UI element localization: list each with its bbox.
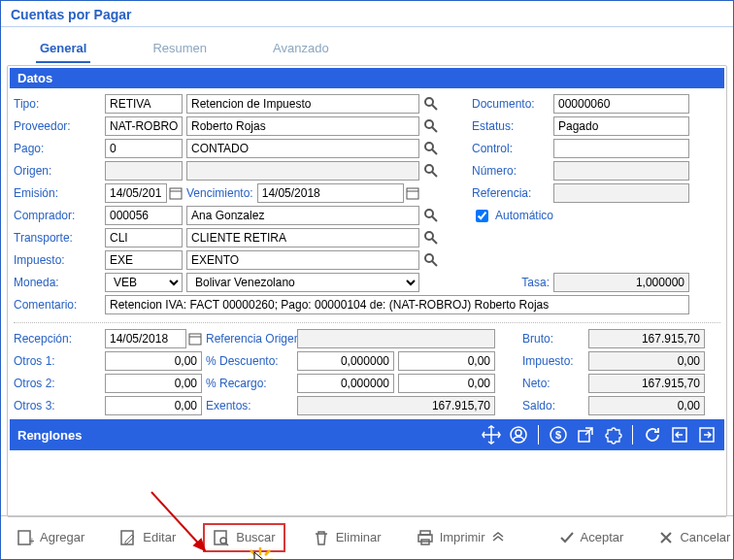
tab-resumen[interactable]: Resumen	[149, 35, 211, 63]
automatico-checkbox[interactable]	[476, 210, 488, 222]
recepcion[interactable]	[105, 329, 186, 348]
emision[interactable]	[105, 183, 167, 203]
impuesto-desc[interactable]	[186, 250, 419, 270]
lbl-proveedor: Proveedor:	[14, 119, 101, 133]
lbl-ref-origen: Referencia Origen:	[206, 333, 293, 345]
search-icon[interactable]	[423, 141, 439, 156]
search-icon[interactable]	[423, 208, 439, 223]
pago-code[interactable]	[105, 139, 183, 158]
svg-rect-8	[170, 188, 182, 199]
neto	[588, 374, 705, 393]
estatus[interactable]	[553, 116, 689, 136]
import-icon[interactable]	[670, 425, 689, 445]
svg-line-3	[432, 127, 437, 132]
transporte-code[interactable]	[105, 228, 183, 247]
documento[interactable]	[553, 94, 689, 114]
buscar-button[interactable]: Buscar	[203, 523, 284, 552]
saldo	[588, 396, 705, 415]
moneda-code[interactable]: VEB	[105, 273, 183, 292]
search-icon[interactable]	[423, 118, 439, 134]
datos-header: Datos	[10, 68, 724, 88]
svg-point-23	[516, 430, 521, 436]
search-icon[interactable]	[423, 163, 439, 179]
lbl-emision: Emisión:	[14, 186, 101, 200]
moneda-desc[interactable]: Bolivar Venezolano	[186, 273, 419, 292]
lbl-transporte: Transporte:	[14, 231, 101, 245]
lbl-automatico: Automático	[495, 209, 553, 222]
editar-button[interactable]: Editar	[112, 525, 184, 550]
move-arrows-icon[interactable]	[482, 425, 501, 445]
lbl-numero: Número:	[472, 164, 550, 178]
transporte-desc[interactable]	[186, 228, 419, 247]
footer-toolbar: + Agregar Editar Buscar Eliminar Imprimi…	[1, 515, 733, 558]
search-icon[interactable]	[423, 96, 439, 112]
tab-avanzado[interactable]: Avanzado	[269, 35, 333, 63]
impuesto2	[588, 351, 705, 371]
svg-point-4	[425, 143, 433, 150]
svg-line-13	[432, 216, 437, 221]
lbl-exentos: Exentos:	[206, 399, 293, 412]
agregar-button[interactable]: + Agregar	[9, 525, 92, 550]
lbl-tipo: Tipo:	[14, 97, 101, 111]
calendar-icon[interactable]	[169, 186, 183, 200]
lbl-referencia: Referencia:	[472, 186, 550, 200]
lbl-vencimiento: Vencimiento:	[186, 186, 253, 200]
puzzle-icon[interactable]	[603, 425, 622, 445]
imprimir-button[interactable]: Imprimir	[409, 525, 513, 550]
refresh-icon[interactable]	[643, 425, 662, 445]
otros1[interactable]	[105, 351, 202, 371]
svg-text:$: $	[555, 429, 561, 441]
svg-point-12	[425, 210, 433, 217]
lbl-estatus: Estatus:	[472, 119, 550, 133]
lbl-impuesto2: Impuesto:	[522, 354, 584, 368]
svg-line-1	[432, 105, 437, 110]
svg-line-17	[432, 261, 437, 266]
external-link-icon[interactable]	[576, 425, 595, 445]
lbl-origen: Origen:	[14, 164, 101, 178]
tab-general[interactable]: General	[36, 35, 90, 63]
user-icon[interactable]	[509, 425, 528, 445]
origen-desc	[186, 161, 419, 181]
form-panel: Datos Tipo: Documento: Proveedor: Estatu…	[7, 65, 727, 517]
tasa	[553, 273, 689, 292]
lbl-neto: Neto:	[522, 377, 584, 390]
exentos	[297, 396, 495, 415]
svg-text:+: +	[29, 536, 34, 546]
dollar-icon[interactable]: $	[549, 425, 568, 445]
control[interactable]	[553, 139, 689, 158]
descuento-val[interactable]	[398, 351, 495, 371]
lbl-bruto: Bruto:	[522, 332, 584, 346]
chevron-up-icon[interactable]	[491, 531, 505, 544]
svg-point-14	[425, 232, 433, 240]
search-icon[interactable]	[423, 252, 439, 268]
comprador-desc[interactable]	[186, 206, 419, 225]
otros2[interactable]	[105, 374, 202, 393]
window-title: Cuentas por Pagar	[1, 1, 733, 27]
proveedor-desc[interactable]	[186, 116, 419, 136]
export-icon[interactable]	[697, 425, 717, 445]
pago-desc[interactable]	[186, 139, 419, 158]
recargo-pct[interactable]	[297, 374, 394, 393]
descuento-pct[interactable]	[297, 351, 394, 371]
comprador-code[interactable]	[105, 206, 183, 225]
aceptar-button[interactable]: Aceptar	[551, 526, 632, 549]
cancelar-button[interactable]: Cancelar	[651, 526, 734, 549]
tipo-code[interactable]	[105, 94, 183, 114]
calendar-icon[interactable]	[406, 186, 419, 200]
comentario[interactable]	[105, 295, 689, 314]
lbl-recepcion: Recepción:	[14, 332, 101, 346]
lbl-descuento: % Descuento:	[206, 354, 293, 368]
svg-rect-10	[407, 188, 418, 199]
otros3[interactable]	[105, 396, 202, 415]
lbl-otros2: Otros 2:	[14, 377, 101, 390]
lbl-tasa: Tasa:	[472, 276, 550, 289]
recargo-val[interactable]	[398, 374, 495, 393]
vencimiento[interactable]	[257, 183, 404, 203]
proveedor-code[interactable]	[105, 116, 183, 136]
calendar-icon[interactable]	[188, 332, 202, 346]
impuesto-code[interactable]	[105, 250, 183, 270]
search-icon[interactable]	[423, 230, 439, 246]
origen-code	[105, 161, 183, 181]
tipo-desc[interactable]	[186, 94, 419, 114]
eliminar-button[interactable]: Eliminar	[305, 525, 389, 550]
